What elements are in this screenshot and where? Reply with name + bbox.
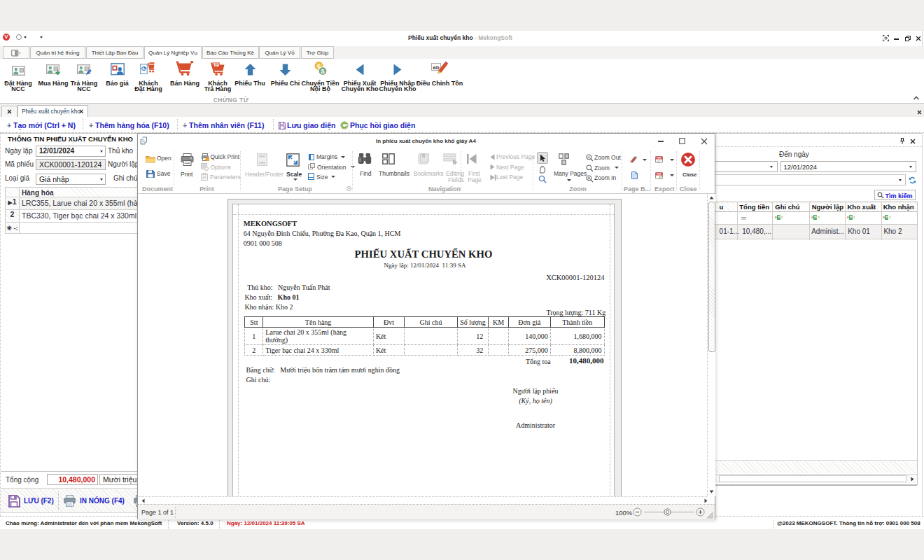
svg-text:PDF: PDF: [657, 156, 661, 159]
svg-text:PDF: PDF: [657, 172, 661, 175]
svg-text:ab: ab: [433, 64, 439, 71]
svg-text:$: $: [321, 68, 324, 75]
